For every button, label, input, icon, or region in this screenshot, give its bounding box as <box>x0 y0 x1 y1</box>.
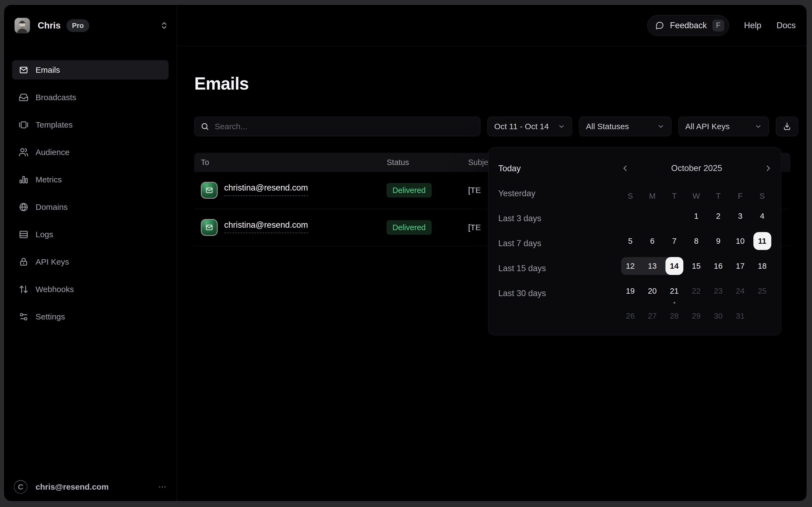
calendar-cell: 18 <box>751 253 773 278</box>
day-of-week-label: T <box>663 191 685 201</box>
inbox-icon <box>19 93 28 102</box>
workspace-avatar <box>14 18 30 34</box>
calendar-day-12[interactable]: 12 <box>622 257 639 275</box>
calendar-day-13[interactable]: 13 <box>643 257 661 275</box>
workspace-switcher[interactable]: Chris Pro <box>14 17 169 34</box>
calendar-cell: 26 <box>619 303 641 328</box>
calendar-cell: 2 <box>707 204 729 229</box>
calendar-day-11[interactable]: 11 <box>753 232 771 250</box>
previous-month-button[interactable] <box>620 164 630 173</box>
status-badge: Delivered <box>387 183 431 198</box>
calendar-day-7[interactable]: 7 <box>665 232 683 250</box>
calendar-cell <box>663 204 685 229</box>
sidebar-item-metrics[interactable]: Metrics <box>12 170 169 189</box>
search-icon <box>200 122 209 131</box>
calendar-day-19[interactable]: 19 <box>622 282 639 300</box>
calendar-cell: 13 <box>641 253 663 278</box>
account-avatar: C <box>14 480 27 494</box>
next-month-button[interactable] <box>764 164 773 173</box>
api-key-value: All API Keys <box>685 122 730 131</box>
preset-last-15-days[interactable]: Last 15 days <box>498 263 546 274</box>
day-of-week-label: S <box>751 191 773 201</box>
mail-icon <box>19 65 28 75</box>
calendar-day-22: 22 <box>687 282 705 300</box>
email-avatar <box>201 182 218 199</box>
calendar-day-3[interactable]: 3 <box>732 207 749 225</box>
sidebar-item-label: API Keys <box>36 257 69 267</box>
calendar-day-16[interactable]: 16 <box>709 257 727 275</box>
feedback-button[interactable]: Feedback F <box>647 15 729 36</box>
sidebar-item-emails[interactable]: Emails <box>12 60 169 79</box>
calendar-cell <box>619 204 641 229</box>
export-download-button[interactable] <box>776 117 798 136</box>
sidebar-item-settings[interactable]: Settings <box>12 307 169 326</box>
preset-last-3-days[interactable]: Last 3 days <box>498 213 546 224</box>
calendar-day-15[interactable]: 15 <box>687 257 705 275</box>
calendar-day-8[interactable]: 8 <box>687 232 705 250</box>
column-header-to: To <box>201 158 209 167</box>
column-header-status: Status <box>387 158 409 167</box>
calendar-day-17[interactable]: 17 <box>732 257 749 275</box>
status-dropdown[interactable]: All Statuses <box>579 117 672 136</box>
gallery-icon <box>19 120 28 130</box>
preset-last-30-days[interactable]: Last 30 days <box>498 287 546 299</box>
arrow-up-down-icon <box>19 284 28 294</box>
calendar-day-2[interactable]: 2 <box>709 207 727 225</box>
calendar-cell: 27 <box>641 303 663 328</box>
account-menu-ellipsis-icon[interactable] <box>158 482 167 492</box>
calendar-day-4[interactable]: 4 <box>753 207 771 225</box>
preset-last-7-days[interactable]: Last 7 days <box>498 237 546 249</box>
day-of-week-headers: SMTWTFS <box>619 191 773 201</box>
calendar-day-5[interactable]: 5 <box>622 232 639 250</box>
calendar-day-25: 25 <box>753 282 771 300</box>
calendar-day-14[interactable]: 14 <box>665 257 683 275</box>
sidebar-item-audience[interactable]: Audience <box>12 143 169 162</box>
sidebar-item-domains[interactable]: Domains <box>12 197 169 217</box>
search-input[interactable] <box>214 122 474 131</box>
sidebar-item-broadcasts[interactable]: Broadcasts <box>12 88 169 107</box>
day-of-week-label: F <box>729 191 751 201</box>
calendar-cell: 19 <box>619 278 641 303</box>
sidebar: Chris Pro EmailsBroadcastsTemplatesAudie… <box>4 5 177 501</box>
calendar-cell: 3 <box>729 204 751 229</box>
calendar-day-9[interactable]: 9 <box>709 232 727 250</box>
calendar-cell: 11 <box>751 229 773 253</box>
chevrons-up-down-icon <box>160 21 169 30</box>
email-avatar <box>201 219 218 236</box>
date-range-dropdown[interactable]: Oct 11 - Oct 14 <box>487 117 572 136</box>
sidebar-item-templates[interactable]: Templates <box>12 115 169 134</box>
calendar-day-20[interactable]: 20 <box>643 282 661 300</box>
sidebar-item-webhooks[interactable]: Webhooks <box>12 280 169 299</box>
calendar-day-23: 23 <box>709 282 727 300</box>
calendar-cell: 24 <box>729 278 751 303</box>
calendar-cell: 7 <box>663 229 685 253</box>
calendar-cell: 30 <box>707 303 729 328</box>
calendar-day-1[interactable]: 1 <box>687 207 705 225</box>
preset-yesterday[interactable]: Yesterday <box>498 187 546 200</box>
recipient-email: christina@resend.com <box>224 183 308 196</box>
calendar-cell: 29 <box>685 303 707 328</box>
calendar-day-6[interactable]: 6 <box>643 232 661 250</box>
sidebar-item-label: Emails <box>36 65 60 75</box>
chevron-down-icon <box>754 123 762 130</box>
calendar-day-21[interactable]: 21 <box>665 282 683 300</box>
calendar-day-28: 28 <box>665 307 683 325</box>
sliders-icon <box>19 312 28 322</box>
sidebar-item-label: Templates <box>36 120 73 129</box>
mail-icon <box>205 186 213 194</box>
docs-link[interactable]: Docs <box>776 21 796 31</box>
api-key-dropdown[interactable]: All API Keys <box>679 117 769 136</box>
calendar-cell: 9 <box>707 229 729 253</box>
globe-icon <box>19 202 28 212</box>
app-window: Chris Pro EmailsBroadcastsTemplatesAudie… <box>4 5 807 501</box>
preset-today[interactable]: Today <box>498 163 546 174</box>
lock-icon <box>19 257 28 267</box>
calendar-cell: 8 <box>685 229 707 253</box>
help-link[interactable]: Help <box>744 21 761 31</box>
calendar-day-18[interactable]: 18 <box>753 257 771 275</box>
sidebar-item-logs[interactable]: Logs <box>12 225 169 244</box>
bar-chart-icon <box>19 175 28 184</box>
sidebar-item-api-keys[interactable]: API Keys <box>12 252 169 271</box>
search-box[interactable] <box>194 117 480 136</box>
calendar-day-10[interactable]: 10 <box>732 232 749 250</box>
